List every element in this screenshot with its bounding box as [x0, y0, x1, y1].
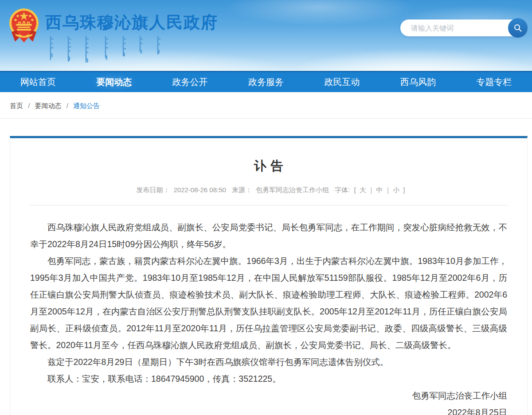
source-label: 来源： [232, 186, 252, 194]
mongolian-script-text [48, 35, 168, 65]
article-paragraph: 包勇军同志，蒙古族，籍贯内蒙古科尔沁左翼中旗。1966年3月，出生于内蒙古科尔沁… [30, 252, 507, 353]
publish-date-label: 发布日期： [136, 186, 169, 194]
nav-item-home[interactable]: 网站首页 [0, 72, 76, 92]
search-icon [513, 23, 522, 32]
spacer [0, 119, 532, 136]
site-header: 西乌珠穆沁旗人民政府 [0, 0, 532, 71]
signature-date: 2022年8月25日 [30, 404, 507, 415]
site-title: 西乌珠穆沁旗人民政府 [45, 12, 218, 34]
main-nav: 网站首页 要闻动态 政务公开 政务服务 政民互动 西乌风韵 专题专栏 [0, 71, 532, 92]
nav-item-special-topics[interactable]: 专题专栏 [456, 72, 532, 92]
signature-block: 包勇军同志治丧工作小组 2022年8月25日 [10, 387, 527, 415]
article-body: 西乌珠穆沁旗人民政府党组成员、副旗长、公安局党委书记、局长包勇军同志，在工作期间… [10, 206, 527, 387]
font-size-separator: ｜ [384, 186, 391, 194]
nav-item-interaction[interactable]: 政民互动 [304, 72, 380, 92]
font-size-large-button[interactable]: 大 [360, 186, 366, 194]
nav-item-news[interactable]: 要闻动态 [76, 72, 152, 92]
font-size-separator: ｜ [368, 186, 375, 194]
nav-item-gov-affairs[interactable]: 政务公开 [152, 72, 228, 92]
breadcrumb-notices-current[interactable]: 通知公告 [73, 102, 100, 109]
search-input[interactable] [411, 20, 500, 37]
signature-org: 包勇军同志治丧工作小组 [30, 387, 507, 404]
article-meta: 发布日期：2022-08-26 08:50 来源：包勇军同志治丧工作小组 字体:… [10, 186, 527, 194]
font-size-bracket: ] [403, 186, 405, 194]
nav-item-gov-services[interactable]: 政务服务 [228, 72, 304, 92]
breadcrumb-home[interactable]: 首页 [10, 102, 23, 109]
breadcrumb-separator: / [66, 102, 68, 109]
article-paragraph: 西乌珠穆沁旗人民政府党组成员、副旗长、公安局党委书记、局长包勇军同志，在工作期间… [30, 219, 507, 252]
article-paragraph: 兹定于2022年8月29日（星期日）下午3时在西乌旗殡仪馆举行包勇军同志遗体告别… [30, 353, 507, 370]
national-emblem-icon [8, 6, 40, 43]
font-size-small-button[interactable]: 小 [393, 186, 399, 194]
font-size-medium-button[interactable]: 中 [376, 186, 383, 194]
source-value: 包勇军同志治丧工作小组 [256, 186, 329, 194]
publish-date-value: 2022-08-26 08:50 [173, 186, 226, 194]
search-area [400, 19, 527, 37]
breadcrumb-news[interactable]: 要闻动态 [35, 102, 62, 109]
breadcrumb: 首页 / 要闻动态 / 通知公告 [0, 92, 532, 119]
font-size-bracket: [ [354, 186, 356, 194]
font-size-label: 字体: [335, 186, 350, 194]
article-container: 讣 告 发布日期：2022-08-26 08:50 来源：包勇军同志治丧工作小组… [10, 136, 528, 415]
article-paragraph: 联系人：宝安，联系电话：18647945900，传真：3521225。 [30, 370, 507, 387]
article-title: 讣 告 [10, 158, 527, 175]
nav-item-local-culture[interactable]: 西乌风韵 [380, 72, 456, 92]
search-button[interactable] [508, 18, 528, 38]
breadcrumb-separator: / [28, 102, 30, 109]
